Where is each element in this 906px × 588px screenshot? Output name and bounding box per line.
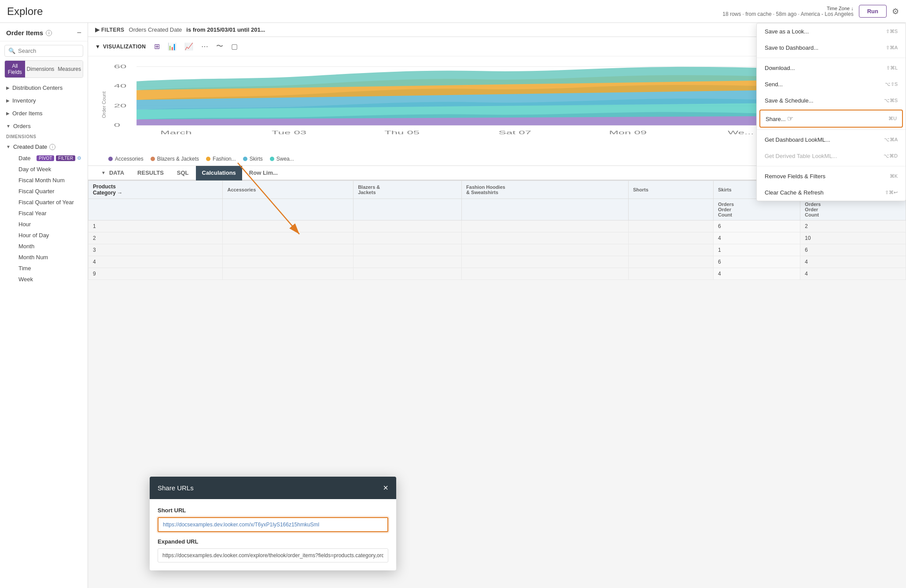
menu-label: Remove Fields & Filters [765,173,825,180]
svg-text:Mon 09: Mon 09 [609,130,647,135]
menu-label: Save as a Look... [765,28,809,35]
cell: 1 [714,244,800,256]
field-fiscal-year[interactable]: Fiscal Year [6,208,88,219]
viz-toggle[interactable]: ▼ VISUALIZATION [95,44,146,50]
menu-remove-fields[interactable]: Remove Fields & Filters ⌘K [757,168,906,184]
dialog-title: Share URLs [158,484,194,492]
viz-type-area[interactable]: 〜 [214,40,226,52]
shortcut: ⌥⌘D [884,153,898,159]
cell: 2 [800,220,906,232]
sidebar-item-order-items[interactable]: ▶ Order Items [0,107,88,120]
field-month-num[interactable]: Month Num [6,252,88,263]
sidebar: Order Items i − 🔍 All Fields Dimensions … [0,23,88,588]
sidebar-item-orders[interactable]: ▼ Orders [0,120,88,132]
tab-data[interactable]: ▼ DATA [95,166,130,180]
menu-dashboard-lookml[interactable]: Get Dashboard LookML... ⌥⌘A [757,132,906,148]
field-time[interactable]: Time [6,263,88,274]
legend-label: Swea... [276,156,294,162]
expanded-url-input[interactable] [158,548,388,562]
menu-share[interactable]: Share... ☞ ⌘U [759,110,903,128]
field-day-of-week[interactable]: Day of Week [6,164,88,175]
info-icon[interactable]: i [49,144,55,150]
chevron-right-icon: ▶ [95,26,99,33]
shortcut: ⌥⌘A [884,137,898,143]
col-fashion: Fashion Hoodies& Sweatshirts [462,181,629,199]
cell [629,232,714,244]
svg-text:40: 40 [114,83,127,88]
top-header: Explore Time Zone ↓ 18 rows · from cache… [0,0,906,23]
chevron-down-icon: ▼ [101,170,106,175]
sidebar-item-distribution-centers[interactable]: ▶ Distribution Centers [0,81,88,94]
cell: 4 [800,268,906,280]
filter-badge: FILTER [56,155,75,161]
sidebar-item-inventory[interactable]: ▶ Inventory [0,94,88,107]
search-input[interactable] [18,48,88,54]
run-button[interactable]: Run [859,5,887,18]
menu-save-schedule[interactable]: Save & Schedule... ⌥⌘S [757,92,906,109]
field-date[interactable]: Date PIVOT FILTER ⚙ [6,153,88,164]
info-icon[interactable]: i [46,30,52,36]
cell [354,268,462,280]
menu-save-dashboard[interactable]: Save to Dashboard... ⇧⌘A [757,40,906,56]
cell [223,244,354,256]
viz-type-more[interactable]: ▢ [228,41,240,52]
gear-button[interactable]: ⚙ [892,7,899,16]
collapse-sidebar-button[interactable]: − [77,28,81,37]
field-name: Fiscal Quarter [18,188,55,195]
viz-type-table[interactable]: ⊞ [151,41,162,52]
menu-label: Save & Schedule... [765,97,814,104]
col-shorts: Shorts [629,181,714,199]
search-box: 🔍 [4,45,83,57]
tab-row-limit[interactable]: Row Lim... [243,166,284,180]
tab-measures[interactable]: Measures [56,61,83,77]
tab-results[interactable]: RESULTS [131,166,170,180]
cell [462,232,629,244]
link-icon[interactable]: ⚙ [77,155,81,161]
header-right: Time Zone ↓ 18 rows · from cache · 58m a… [722,5,899,18]
tab-all-fields[interactable]: All Fields [5,61,25,77]
cell [462,220,629,232]
chevron-right-icon: ▶ [6,111,10,116]
legend-swea: Swea... [270,156,294,162]
viz-type-bar[interactable]: 📊 [165,41,179,52]
cell: 3 [88,244,223,256]
col-accessories: Accessories [223,181,354,199]
chevron-right-icon: ▶ [6,98,10,103]
field-month[interactable]: Month [6,241,88,252]
svg-text:0: 0 [114,122,120,128]
chevron-down-icon: ▼ [95,44,100,50]
viz-type-line[interactable]: 📈 [182,41,196,52]
tab-sql[interactable]: SQL [171,166,195,180]
cell [354,256,462,268]
tab-dimensions[interactable]: Dimensions [25,61,56,77]
menu-clear-cache[interactable]: Clear Cache & Refresh ⇧⌘↩ [757,184,906,201]
field-fiscal-quarter-of-year[interactable]: Fiscal Quarter of Year [6,197,88,208]
y-axis-label: Order Count [101,92,107,118]
created-date-header[interactable]: ▼ Created Date i [6,141,88,153]
filter-text: Orders Created Date [129,26,182,33]
legend-color [243,157,247,161]
table-row: 4 6 4 [88,256,906,268]
app-title: Explore [7,5,43,18]
created-date-label: Created Date [13,143,47,150]
field-hour[interactable]: Hour [6,219,88,230]
filters-toggle[interactable]: ▶ FILTERS [95,26,125,33]
field-week[interactable]: Week [6,274,88,285]
menu-save-look[interactable]: Save as a Look... ⇧⌘S [757,23,906,40]
field-hour-of-day[interactable]: Hour of Day [6,230,88,241]
short-url-input[interactable] [158,517,388,532]
field-fiscal-month-num[interactable]: Fiscal Month Num [6,175,88,186]
sidebar-content: ▶ Distribution Centers ▶ Inventory ▶ Ord… [0,81,88,588]
cell [629,268,714,280]
table-sub-header-row: OrdersOrderCount OrdersOrderCount [88,199,906,220]
menu-send[interactable]: Send... ⌥⇧S [757,76,906,92]
col-products-category: ProductsCategory → [88,181,223,199]
svg-text:60: 60 [114,64,127,69]
field-fiscal-quarter[interactable]: Fiscal Quarter [6,186,88,197]
menu-download[interactable]: Download... ⇧⌘L [757,60,906,76]
dialog-close-button[interactable]: × [383,483,388,493]
shortcut: ⌥⇧S [885,81,898,87]
section-label: Orders [13,123,31,129]
tab-calculations[interactable]: Calculations [196,166,242,180]
viz-type-scatter[interactable]: ⋯ [199,41,211,52]
